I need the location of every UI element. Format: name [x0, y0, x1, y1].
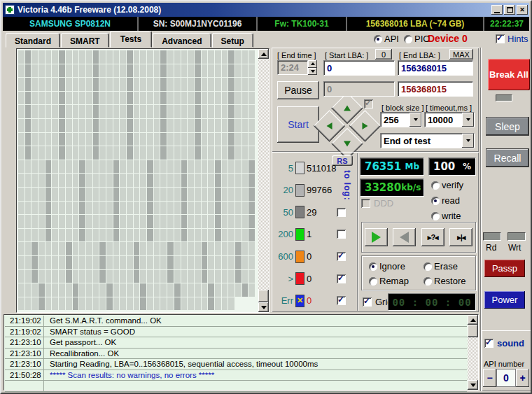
scan-block	[208, 202, 214, 215]
tab-standard[interactable]: Standard	[6, 33, 60, 48]
end-lba-input[interactable]: 156368015	[398, 60, 473, 76]
start-lba-input[interactable]: 0	[323, 60, 395, 76]
maximize-button[interactable]	[504, 5, 515, 15]
stat-color-swatch	[295, 162, 304, 174]
play-button[interactable]	[365, 228, 388, 246]
scan-block	[113, 105, 120, 118]
stat-value: 0	[304, 251, 312, 262]
radio-read[interactable]: read	[431, 195, 460, 206]
spin-down-button[interactable]	[308, 68, 317, 76]
radio-label: Ignore	[379, 261, 405, 272]
log-scrollbar[interactable]	[468, 315, 478, 390]
break-all-button[interactable]: Break All	[488, 59, 530, 90]
scan-block	[167, 146, 174, 160]
block-size-select[interactable]: 256	[380, 112, 422, 127]
tab-tests[interactable]: Tests	[110, 31, 152, 48]
scan-block	[174, 202, 181, 215]
scan-block	[25, 202, 31, 215]
sound-checkbox[interactable]: sound	[484, 338, 524, 349]
api-number-value: 0	[496, 369, 516, 387]
scan-block	[127, 215, 133, 228]
start-button[interactable]: Start	[277, 106, 319, 143]
scan-block	[73, 188, 79, 201]
dropdown-button[interactable]	[410, 113, 421, 127]
radio-pio[interactable]: PIO	[404, 34, 430, 44]
dropdown-button[interactable]	[462, 134, 474, 148]
radio-api[interactable]: API	[374, 34, 399, 44]
arrow-left-icon	[327, 122, 332, 129]
close-button[interactable]: ✕	[517, 5, 528, 15]
scan-block	[66, 283, 72, 297]
scan-block	[99, 174, 106, 187]
power-button[interactable]: Power	[484, 291, 525, 309]
scan-block	[99, 78, 106, 91]
scan-block	[127, 270, 133, 283]
scan-block	[73, 202, 79, 215]
scan-block	[181, 229, 188, 242]
passport-button[interactable]: Passp	[484, 260, 525, 277]
scan-block	[120, 105, 126, 118]
radio-restore[interactable]: Restore	[424, 276, 466, 286]
scan-block	[181, 160, 188, 174]
scroll-up-button[interactable]	[258, 49, 269, 59]
scroll-up-button[interactable]	[468, 315, 478, 325]
block-size-label: [ block size ]	[382, 104, 424, 112]
stat-log-checkbox[interactable]	[337, 208, 346, 217]
scan-block	[147, 174, 153, 187]
hints-checkbox[interactable]: Hints	[496, 34, 528, 44]
radio-verify[interactable]: verify	[431, 180, 463, 190]
increment-button[interactable]: +	[516, 369, 529, 387]
scan-block	[228, 133, 234, 146]
back-button[interactable]	[393, 228, 416, 246]
end-time-spinner[interactable]	[308, 60, 317, 75]
end-action-select[interactable]: End of test	[380, 133, 475, 148]
tab-setup[interactable]: Setup	[212, 33, 253, 48]
pause-button[interactable]: Pause	[277, 81, 319, 99]
stat-log-checkbox[interactable]	[337, 274, 346, 283]
end-lba-max-button[interactable]: MAX	[449, 49, 473, 59]
scan-block	[188, 119, 194, 132]
ddd-checkbox[interactable]: DDD	[361, 198, 393, 209]
scroll-thumb[interactable]	[468, 325, 478, 337]
scan-block	[59, 297, 65, 311]
stat-log-checkbox[interactable]	[337, 252, 346, 261]
scan-block	[106, 50, 113, 64]
radio-erase[interactable]: Erase	[424, 261, 458, 272]
dropdown-button[interactable]	[462, 113, 474, 127]
tab-advanced[interactable]: Advanced	[153, 33, 211, 48]
percent-unit: %	[463, 162, 471, 171]
stat-log-checkbox[interactable]	[337, 296, 346, 305]
scan-block	[52, 119, 58, 132]
sleep-button[interactable]: Sleep	[486, 117, 529, 136]
arrow-right-icon	[362, 122, 368, 129]
scroll-down-button[interactable]	[258, 302, 269, 312]
radio-remap[interactable]: Remap	[369, 276, 409, 286]
scroll-thumb[interactable]	[258, 290, 269, 302]
scan-map-scrollbar[interactable]	[258, 49, 269, 312]
minimize-button[interactable]	[491, 5, 503, 15]
seek-test-button[interactable]: ▸?◂	[421, 228, 444, 246]
tab-smart[interactable]: SMART	[61, 33, 109, 48]
start-lba-zero-button[interactable]: 0	[375, 49, 392, 59]
scan-block	[66, 297, 72, 311]
seek-checkbox[interactable]	[364, 99, 373, 108]
scan-block	[18, 160, 24, 174]
scan-block	[46, 270, 52, 283]
radio-write[interactable]: write	[431, 211, 461, 221]
stat-log-checkbox[interactable]	[337, 230, 346, 239]
spin-up-button[interactable]	[308, 60, 317, 68]
scroll-down-button[interactable]	[468, 380, 478, 390]
to-end-button[interactable]: ▸|◂	[449, 228, 472, 246]
stat-row-50: 5029	[274, 204, 356, 220]
recall-button[interactable]: Recall	[486, 148, 529, 167]
timeout-select[interactable]: 10000	[424, 112, 475, 127]
scan-block	[228, 78, 234, 91]
decrement-button[interactable]: −	[483, 369, 496, 387]
scan-block	[86, 256, 92, 269]
scan-block	[46, 160, 52, 174]
scan-block	[235, 174, 241, 187]
scan-block	[160, 270, 167, 283]
radio-ignore[interactable]: Ignore	[369, 261, 405, 272]
scan-block	[235, 146, 241, 160]
scan-block	[31, 242, 38, 255]
